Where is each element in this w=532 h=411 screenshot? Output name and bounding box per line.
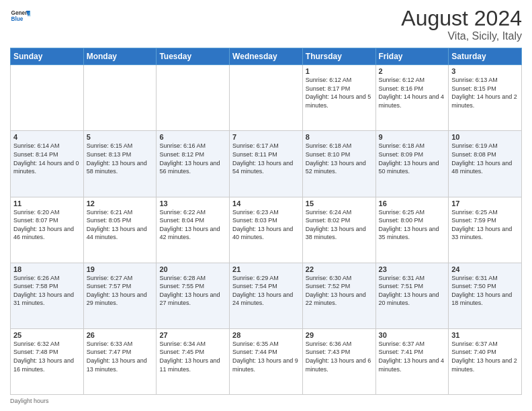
day-number: 4	[13, 133, 81, 141]
day-number: 9	[379, 133, 446, 141]
day-number: 19	[87, 265, 154, 273]
header-wednesday: Wednesday	[230, 48, 303, 65]
footer: Daylight hours	[10, 398, 522, 404]
day-info: Sunrise: 6:26 AMSunset: 7:58 PMDaylight:…	[13, 274, 81, 308]
day-number: 30	[379, 331, 446, 339]
day-number: 11	[13, 199, 81, 208]
day-number: 10	[451, 133, 519, 141]
day-info: Sunrise: 6:22 AMSunset: 8:04 PMDaylight:…	[159, 208, 226, 242]
day-number: 1	[306, 67, 373, 75]
calendar-cell-0-2	[157, 65, 230, 131]
day-info: Sunrise: 6:16 AMSunset: 8:12 PMDaylight:…	[159, 142, 226, 175]
calendar-cell-2-0: 11Sunrise: 6:20 AMSunset: 8:07 PMDayligh…	[11, 197, 84, 263]
day-info: Sunrise: 6:24 AMSunset: 8:02 PMDaylight:…	[306, 208, 373, 242]
logo: General Blue	[10, 7, 30, 27]
header-saturday: Saturday	[449, 48, 522, 65]
calendar-cell-4-2: 27Sunrise: 6:34 AMSunset: 7:45 PMDayligh…	[157, 328, 230, 394]
day-number: 15	[306, 199, 373, 208]
calendar-cell-0-3	[230, 65, 303, 131]
day-number: 26	[87, 331, 154, 339]
calendar-table: SundayMondayTuesdayWednesdayThursdayFrid…	[10, 48, 522, 395]
week-row-4: 18Sunrise: 6:26 AMSunset: 7:58 PMDayligh…	[11, 263, 522, 328]
calendar-cell-3-0: 18Sunrise: 6:26 AMSunset: 7:58 PMDayligh…	[11, 263, 84, 328]
calendar-cell-1-6: 10Sunrise: 6:19 AMSunset: 8:08 PMDayligh…	[449, 131, 522, 197]
calendar-cell-2-3: 14Sunrise: 6:23 AMSunset: 8:03 PMDayligh…	[230, 197, 303, 263]
header-monday: Monday	[83, 48, 157, 65]
calendar-cell-4-4: 29Sunrise: 6:36 AMSunset: 7:43 PMDayligh…	[302, 328, 375, 394]
day-info: Sunrise: 6:32 AMSunset: 7:48 PMDaylight:…	[13, 340, 81, 373]
day-number: 28	[232, 331, 300, 339]
calendar-cell-3-4: 22Sunrise: 6:30 AMSunset: 7:52 PMDayligh…	[302, 263, 375, 328]
day-info: Sunrise: 6:21 AMSunset: 8:05 PMDaylight:…	[87, 208, 154, 242]
day-info: Sunrise: 6:23 AMSunset: 8:03 PMDaylight:…	[232, 208, 300, 242]
day-number: 13	[159, 199, 226, 208]
day-info: Sunrise: 6:37 AMSunset: 7:41 PMDaylight:…	[379, 340, 446, 373]
day-number: 21	[232, 265, 300, 273]
day-number: 7	[232, 133, 300, 141]
day-info: Sunrise: 6:13 AMSunset: 8:15 PMDaylight:…	[451, 76, 519, 109]
day-number: 31	[451, 331, 519, 339]
day-number: 20	[159, 265, 226, 273]
calendar-cell-0-1	[83, 65, 157, 131]
calendar-cell-1-1: 5Sunrise: 6:15 AMSunset: 8:13 PMDaylight…	[83, 131, 157, 197]
day-info: Sunrise: 6:25 AMSunset: 7:59 PMDaylight:…	[451, 208, 519, 242]
day-info: Sunrise: 6:18 AMSunset: 8:09 PMDaylight:…	[379, 142, 446, 175]
calendar-cell-0-6: 3Sunrise: 6:13 AMSunset: 8:15 PMDaylight…	[449, 65, 522, 131]
header-thursday: Thursday	[302, 48, 375, 65]
day-number: 6	[159, 133, 226, 141]
day-number: 3	[451, 67, 519, 75]
day-info: Sunrise: 6:18 AMSunset: 8:10 PMDaylight:…	[306, 142, 373, 175]
day-number: 17	[451, 199, 519, 208]
day-number: 2	[379, 67, 446, 75]
header-tuesday: Tuesday	[157, 48, 230, 65]
day-info: Sunrise: 6:29 AMSunset: 7:54 PMDaylight:…	[232, 274, 300, 308]
calendar-cell-1-0: 4Sunrise: 6:14 AMSunset: 8:14 PMDaylight…	[11, 131, 84, 197]
header-right: August 2024 Vita, Sicily, Italy	[401, 7, 522, 42]
calendar-cell-3-5: 23Sunrise: 6:31 AMSunset: 7:51 PMDayligh…	[375, 263, 449, 328]
day-number: 12	[87, 199, 154, 208]
day-number: 8	[306, 133, 373, 141]
day-info: Sunrise: 6:17 AMSunset: 8:11 PMDaylight:…	[232, 142, 300, 175]
calendar-cell-4-1: 26Sunrise: 6:33 AMSunset: 7:47 PMDayligh…	[83, 328, 157, 394]
calendar-cell-2-1: 12Sunrise: 6:21 AMSunset: 8:05 PMDayligh…	[83, 197, 157, 263]
header-sunday: Sunday	[11, 48, 84, 65]
calendar-cell-1-4: 8Sunrise: 6:18 AMSunset: 8:10 PMDaylight…	[302, 131, 375, 197]
week-row-1: 1Sunrise: 6:12 AMSunset: 8:17 PMDaylight…	[11, 65, 522, 131]
day-number: 25	[13, 331, 81, 339]
header-friday: Friday	[375, 48, 449, 65]
day-info: Sunrise: 6:15 AMSunset: 8:13 PMDaylight:…	[87, 142, 154, 175]
calendar-cell-2-4: 15Sunrise: 6:24 AMSunset: 8:02 PMDayligh…	[302, 197, 375, 263]
calendar-cell-3-3: 21Sunrise: 6:29 AMSunset: 7:54 PMDayligh…	[230, 263, 303, 328]
day-info: Sunrise: 6:20 AMSunset: 8:07 PMDaylight:…	[13, 208, 81, 242]
svg-text:Blue: Blue	[11, 16, 24, 22]
day-info: Sunrise: 6:31 AMSunset: 7:50 PMDaylight:…	[451, 274, 519, 308]
day-number: 16	[379, 199, 446, 208]
daylight-label: Daylight hours	[10, 398, 49, 404]
day-info: Sunrise: 6:30 AMSunset: 7:52 PMDaylight:…	[306, 274, 373, 308]
day-number: 22	[306, 265, 373, 273]
calendar-cell-3-1: 19Sunrise: 6:27 AMSunset: 7:57 PMDayligh…	[83, 263, 157, 328]
calendar-cell-4-0: 25Sunrise: 6:32 AMSunset: 7:48 PMDayligh…	[11, 328, 84, 394]
calendar-cell-1-2: 6Sunrise: 6:16 AMSunset: 8:12 PMDaylight…	[157, 131, 230, 197]
day-number: 24	[451, 265, 519, 273]
day-info: Sunrise: 6:28 AMSunset: 7:55 PMDaylight:…	[159, 274, 226, 308]
calendar-cell-3-6: 24Sunrise: 6:31 AMSunset: 7:50 PMDayligh…	[449, 263, 522, 328]
day-info: Sunrise: 6:33 AMSunset: 7:47 PMDaylight:…	[87, 340, 154, 373]
week-row-5: 25Sunrise: 6:32 AMSunset: 7:48 PMDayligh…	[11, 328, 522, 394]
page-header: General Blue August 2024 Vita, Sicily, I…	[10, 7, 522, 42]
day-number: 18	[13, 265, 81, 273]
calendar-cell-2-2: 13Sunrise: 6:22 AMSunset: 8:04 PMDayligh…	[157, 197, 230, 263]
calendar-cell-0-4: 1Sunrise: 6:12 AMSunset: 8:17 PMDaylight…	[302, 65, 375, 131]
day-number: 23	[379, 265, 446, 273]
calendar-header-row: SundayMondayTuesdayWednesdayThursdayFrid…	[11, 48, 522, 65]
logo-icon: General Blue	[10, 7, 30, 27]
day-number: 27	[159, 331, 226, 339]
month-title: August 2024	[401, 7, 522, 30]
day-info: Sunrise: 6:12 AMSunset: 8:17 PMDaylight:…	[306, 76, 373, 109]
day-info: Sunrise: 6:19 AMSunset: 8:08 PMDaylight:…	[451, 142, 519, 175]
calendar-cell-3-2: 20Sunrise: 6:28 AMSunset: 7:55 PMDayligh…	[157, 263, 230, 328]
day-info: Sunrise: 6:27 AMSunset: 7:57 PMDaylight:…	[87, 274, 154, 308]
day-number: 29	[306, 331, 373, 339]
calendar-cell-4-3: 28Sunrise: 6:35 AMSunset: 7:44 PMDayligh…	[230, 328, 303, 394]
day-info: Sunrise: 6:31 AMSunset: 7:51 PMDaylight:…	[379, 274, 446, 308]
